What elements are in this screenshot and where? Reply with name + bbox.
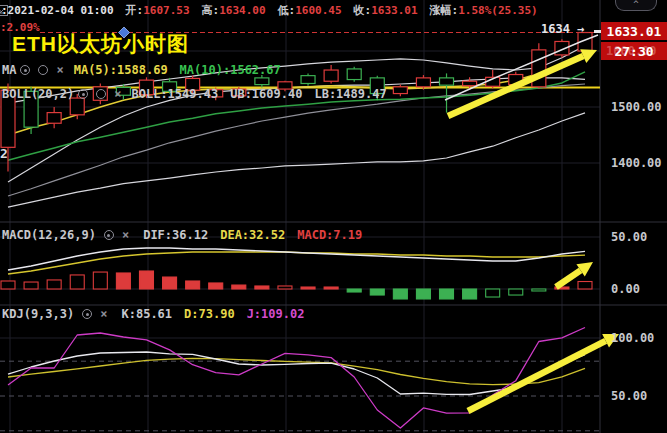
main-chart-pane[interactable] — [0, 0, 600, 164]
j-value: J:109.02 — [247, 307, 305, 321]
d-value: D:73.90 — [184, 307, 235, 321]
macd-name: MACD(12,26,9) — [2, 228, 96, 242]
collapse-chevron-button[interactable]: ^ — [615, 0, 657, 11]
datetime-text: :2021-02-04 01:00 — [1, 4, 114, 17]
left-edge-fragment: 2 — [0, 146, 8, 161]
trading-chart-app: :2021-02-04 01:00 开:1607.53 高:1634.00 低:… — [0, 0, 667, 433]
expand-icon[interactable] — [0, 3, 9, 17]
close-value: 1633.01 — [371, 4, 417, 17]
ma-indicator-header: MA × MA(5):1588.69 MA(10):1562.67 — [2, 63, 281, 77]
kdj-indicator-header: KDJ(9,3,3) × K:85.61 D:73.90 J:109.02 — [2, 307, 304, 321]
settings-icon[interactable] — [96, 89, 106, 99]
low-label: 低: — [278, 3, 296, 18]
countdown-badge: 1600.00 27:30 — [601, 42, 667, 60]
last-price-text: 1633.01 — [607, 24, 662, 39]
countdown-text: 27:30 — [614, 44, 653, 59]
change-value: 1.58%(25.35) — [458, 4, 537, 17]
ma5-value: MA(5):1588.69 — [74, 63, 168, 77]
close-icon[interactable]: × — [56, 63, 63, 77]
kdj-pane[interactable] — [0, 305, 600, 433]
close-icon[interactable]: × — [100, 307, 107, 321]
visibility-icon[interactable] — [20, 65, 30, 75]
open-value: 1607.53 — [143, 4, 189, 17]
open-label: 开: — [126, 3, 144, 18]
change-label: 涨幅: — [430, 3, 459, 18]
low-value: 1600.45 — [295, 4, 341, 17]
high-label: 高: — [202, 3, 220, 18]
price-axis[interactable] — [600, 0, 667, 433]
visibility-icon[interactable] — [78, 89, 88, 99]
kdj-name: KDJ(9,3,3) — [2, 307, 74, 321]
boll-indicator-header: BOLL(20,2) × BOLL:1549.43 UB:1609.40 LB:… — [2, 87, 387, 101]
settings-icon[interactable] — [104, 230, 114, 240]
dea-value: DEA:32.52 — [220, 228, 285, 242]
axis-label-macd-50: 50.00 — [611, 230, 647, 244]
dif-value: DIF:36.12 — [143, 228, 208, 242]
macd-indicator-header: MACD(12,26,9) × DIF:36.12 DEA:32.52 MACD… — [2, 228, 362, 242]
macd-value: MACD:7.19 — [297, 228, 362, 242]
boll-lb-value: LB:1489.47 — [314, 87, 386, 101]
axis-label-1400: 1400.00 — [611, 156, 662, 170]
chart-title-annotation: ETH以太坊小时图 — [12, 30, 189, 58]
close-icon[interactable]: × — [114, 87, 121, 101]
boll-name: BOLL(20,2) — [2, 87, 74, 101]
ma-name: MA — [2, 63, 16, 77]
ohlc-info-bar: :2021-02-04 01:00 开:1607.53 高:1634.00 低:… — [1, 3, 538, 18]
close-label: 收: — [354, 3, 372, 18]
peak-price-label: 1634 → — [541, 22, 584, 36]
k-value: K:85.61 — [121, 307, 172, 321]
settings-icon[interactable] — [38, 65, 48, 75]
boll-mid-value: BOLL:1549.43 — [131, 87, 218, 101]
axis-label-1500: 1500.00 — [611, 100, 662, 114]
settings-icon[interactable] — [82, 309, 92, 319]
boll-ub-value: UB:1609.40 — [230, 87, 302, 101]
axis-label-kdj-100: 100.00 — [611, 331, 654, 345]
high-value: 1634.00 — [219, 4, 265, 17]
axis-label-macd-0: 0.00 — [611, 282, 640, 296]
close-icon[interactable]: × — [122, 228, 129, 242]
ma10-value: MA(10):1562.67 — [180, 63, 281, 77]
last-price-badge: 1633.01 — [601, 22, 667, 40]
axis-label-kdj-50: 50.00 — [611, 389, 647, 403]
